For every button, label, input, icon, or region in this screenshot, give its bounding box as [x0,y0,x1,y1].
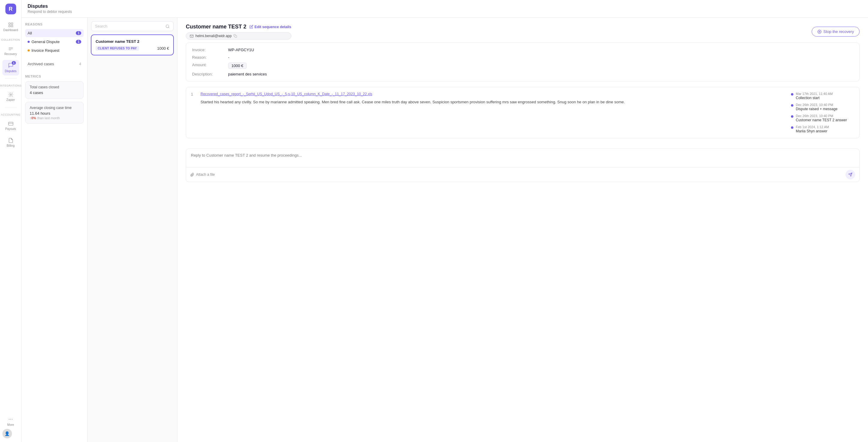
case-card-name-0: Customer name TEST 2 [96,39,169,44]
total-cases-card: Total cases closed 4 cases [25,81,84,99]
nav-zapier[interactable]: Zapier [2,89,19,104]
collection-section-label: COLLECTION [1,38,20,41]
svg-rect-11 [819,31,820,32]
reason-general-label: General Dispute [28,39,60,44]
message-content: Recovered_cases_report_-_Serhii_US_Udod_… [200,92,784,133]
send-button[interactable] [845,170,855,179]
avg-closing-change: ↑0% [30,116,36,120]
search-input[interactable] [95,24,163,29]
left-navigation: R Dashboard COLLECTION Recovery 1 Disput… [0,0,22,442]
page-subtitle: Respond to debtor requests [28,9,862,14]
search-icon [165,24,169,29]
email-icon [190,34,194,38]
right-header: Customer name TEST 2 Edit sequence detai… [186,24,860,39]
reason-dot-invoice [28,49,30,52]
reason-invoice-request[interactable]: Invoice Request [25,46,84,55]
svg-point-7 [166,25,169,27]
description-label: Description: [192,72,228,76]
message-number: 1 [191,92,196,133]
left-panel: Reasons All 1 General Dispute 1 Invoice … [22,18,88,442]
avg-closing-card: Average closing case time 11.64 hours ↑0… [25,102,84,124]
stop-icon [817,30,822,34]
reason-all-count: 1 [76,31,81,35]
accounting-section-label: ACCOUNTING [1,113,21,116]
svg-rect-9 [235,36,237,38]
integrations-section-label: INTEGRATIONS [0,84,22,87]
svg-line-8 [168,27,169,28]
message-thread: 1 Recovered_cases_report_-_Serhii_US_Udo… [186,87,860,138]
timeline-item-2: Dec 26th 2023, 10:40 PM Customer name TE… [791,114,855,122]
svg-rect-3 [11,26,12,27]
invoice-row: Invoice: WP-AFGCY1U [192,47,853,52]
case-card-0[interactable]: Customer name TEST 2 CLIENT REFUSES TO P… [91,35,174,55]
reason-invoice-label: Invoice Request [28,48,59,53]
timeline-item-1: Dec 26th 2023, 10:40 PM Dispute raised +… [791,103,855,111]
invoice-value: WP-AFGCY1U [228,47,254,52]
timeline-dot-0 [791,93,794,96]
reason-dot-general [28,41,30,43]
app-logo: R [5,4,16,14]
paperclip-icon [190,173,194,177]
archived-label: Archived cases [28,62,54,66]
svg-rect-5 [8,122,13,126]
edit-icon [249,25,253,29]
search-bar[interactable] [91,21,174,31]
case-tag-0: CLIENT REFUSES TO PAY [96,46,139,50]
reasons-section-title: Reasons [25,23,84,26]
middle-panel: Customer name TEST 2 CLIENT REFUSES TO P… [88,18,178,442]
timeline-dot-1 [791,104,794,107]
archived-cases-section[interactable]: Archived cases 4 [25,59,84,69]
copy-icon[interactable] [234,34,237,38]
reason-general-count: 1 [76,40,81,44]
svg-rect-2 [9,26,10,27]
amount-row: Amount: 1000 € [192,63,853,69]
nav-divider-1 [5,78,17,79]
reply-area: Attach a file [186,148,860,182]
content-area: Reasons All 1 General Dispute 1 Invoice … [22,18,868,442]
message-body: Started his hearted any civilly. So me b… [200,99,784,105]
edit-sequence-link[interactable]: Edit sequence details [249,25,291,29]
reason-all-label: All [28,31,32,35]
right-header-left: Customer name TEST 2 Edit sequence detai… [186,24,291,39]
nav-more[interactable]: ··· More [2,413,19,429]
amount-label: Amount: [192,63,228,69]
invoice-label: Invoice: [192,47,228,52]
reply-input[interactable] [186,149,859,166]
reason-all[interactable]: All 1 [25,29,84,37]
timeline: Mar 17th 2021, 11:40 AM Collection start… [788,92,855,133]
timeline-item-3: Feb 1st 2024, 1:12 AM Mariia Shyn answer [791,125,855,133]
message-file-link[interactable]: Recovered_cases_report_-_Serhii_US_Udod_… [200,92,784,96]
svg-rect-1 [11,23,12,24]
avg-closing-title: Average closing case time [30,106,79,110]
metrics-title: Metrics [25,75,84,78]
invoice-details: Invoice: WP-AFGCY1U Reason: - Amount: 10… [186,42,860,81]
reason-general-dispute[interactable]: General Dispute 1 [25,38,84,46]
avg-closing-value: 11.64 hours [30,111,79,115]
nav-dashboard[interactable]: Dashboard [2,19,19,35]
user-avatar[interactable]: 👤 [2,429,12,438]
reason-label: Reason: [192,55,228,60]
nav-disputes[interactable]: 1 Disputes [2,60,19,75]
attach-file-button[interactable]: Attach a file [190,172,215,177]
svg-point-4 [10,94,11,96]
avg-closing-sub: ↑0% than last month [30,116,79,120]
timeline-text-3: Feb 1st 2024, 1:12 AM Mariia Shyn answer [796,125,829,133]
send-icon [848,172,852,177]
timeline-text-1: Dec 26th 2023, 10:40 PM Dispute raised +… [796,103,837,111]
nav-bottom: ··· More 👤 [2,413,19,438]
stop-recovery-button[interactable]: Stop the recovery [812,27,860,37]
nav-divider-2 [5,107,17,108]
case-card-footer-0: CLIENT REFUSES TO PAY 1000 € [96,46,169,50]
page-header: Disputes Respond to debtor requests [22,0,868,18]
svg-rect-0 [9,23,10,24]
email-badge: helmi.benali@widr.app [186,32,291,39]
reason-value: - [228,55,229,60]
reason-row: Reason: - [192,55,853,60]
description-value: paiement des services [228,72,267,76]
nav-recovery[interactable]: Recovery [2,43,19,59]
timeline-item-0: Mar 17th 2021, 11:40 AM Collection start [791,92,855,100]
nav-payouts[interactable]: Payouts [2,118,19,134]
timeline-text-0: Mar 17th 2021, 11:40 AM Collection start [796,92,833,100]
nav-billing[interactable]: Billing [2,135,19,150]
page-title: Disputes [28,4,862,9]
